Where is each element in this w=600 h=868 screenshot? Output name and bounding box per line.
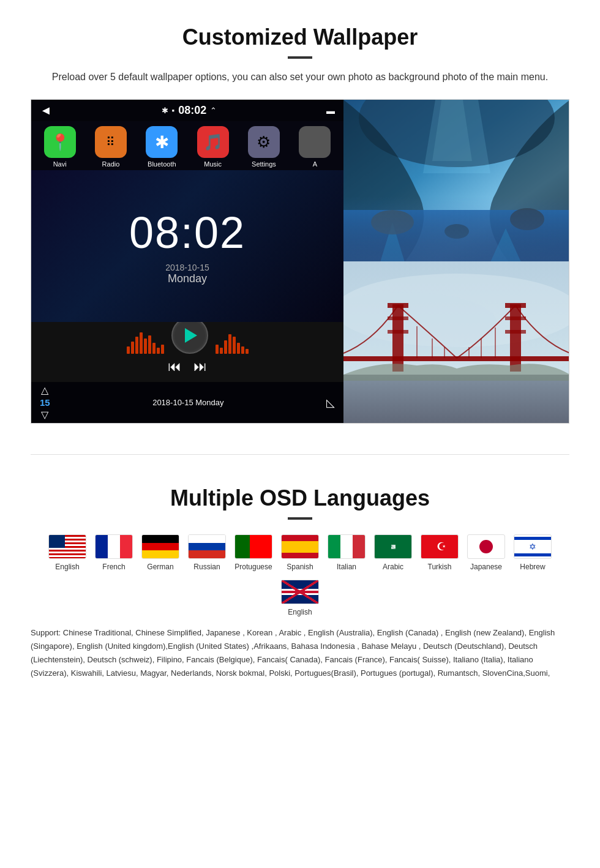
flag-label-german: German: [147, 563, 173, 571]
volume-control[interactable]: △ 15 ▽: [40, 384, 50, 421]
flag-label-english-uk: English: [288, 608, 312, 616]
music-controls: ⏮ ⏭: [168, 359, 207, 375]
wallpaper-bridge: [343, 261, 569, 423]
flag-jp: [467, 534, 505, 559]
flag-item-turkish: ☪ Turkish: [421, 534, 459, 571]
flag-it: [328, 534, 366, 559]
flag-il-star-icon: ✡: [529, 542, 536, 551]
viz-bar: [241, 346, 244, 354]
title-underline: [288, 56, 312, 59]
viz-bar: [246, 349, 249, 354]
svg-rect-2: [343, 210, 569, 261]
bluetooth-icon: ✱: [146, 126, 178, 158]
status-bar: ◄ ✱ ▪ 08:02 ⌃ ▬: [31, 100, 343, 121]
volume-up-icon[interactable]: △: [41, 384, 48, 396]
app-more[interactable]: A: [293, 126, 337, 168]
flag-label-arabic: Arabic: [383, 563, 403, 571]
flag-de-black: [142, 535, 179, 543]
flag-label-english: English: [55, 563, 79, 571]
section-divider: [31, 454, 569, 455]
flag-ru-red: [189, 550, 225, 558]
fast-forward-button[interactable]: ⏭: [193, 359, 207, 375]
flag-sa-text: ﷽: [391, 545, 396, 549]
expand-icon: ⌃: [210, 106, 217, 115]
bluetooth-label: Bluetooth: [148, 160, 176, 168]
flag-pt: [234, 534, 272, 559]
flag-us-canton: [49, 535, 65, 548]
flag-pt-red: [250, 535, 272, 558]
radio-icon: ⠿: [95, 126, 127, 158]
flags-row: English French German: [31, 534, 569, 616]
flag-item-portuguese: Protuguese: [234, 534, 272, 571]
status-center-icons: ✱ ▪ 08:02 ⌃: [162, 104, 217, 117]
svg-point-4: [510, 208, 544, 230]
viz-bar: [228, 334, 231, 354]
volume-number: 15: [40, 397, 50, 408]
back-button[interactable]: ◄: [40, 103, 52, 118]
flag-item-english-uk: English: [281, 580, 319, 616]
clock-screen: 08:02 2018-10-15 Monday: [31, 170, 343, 322]
viz-bar: [233, 337, 236, 354]
flag-il-stripe-top: [514, 537, 551, 540]
flag-es-red2: [282, 553, 318, 559]
flag-de-yellow: [142, 550, 179, 558]
wallpaper-ice-cave: [343, 100, 569, 261]
flag-il-stripe-bottom: [514, 553, 551, 556]
bottom-bar: △ 15 ▽ 2018-10-15 Monday ◺: [31, 382, 343, 423]
app-icons-row: 📍 Navi ⠿ Radio ✱ Bluetooth 🎵 Music ⚙: [31, 121, 343, 170]
bottom-right-icon: ◺: [326, 396, 335, 410]
flag-label-portuguese: Protuguese: [234, 563, 272, 571]
svg-rect-9: [343, 375, 569, 423]
music-player: ⏮ ⏭: [31, 322, 343, 382]
flag-jp-circle: [479, 540, 493, 553]
flag-fr-blue: [96, 535, 108, 558]
flag-fr-white: [108, 535, 120, 558]
viz-bar: [216, 345, 219, 354]
bottom-date-day: 2018-10-15 Monday: [152, 398, 223, 407]
status-time: 08:02: [178, 104, 206, 117]
section-wallpaper: Customized Wallpaper Preload over 5 defa…: [0, 0, 600, 442]
app-bluetooth[interactable]: ✱ Bluetooth: [140, 126, 184, 168]
car-ui-screen: ◄ ✱ ▪ 08:02 ⌃ ▬ 📍 Navi ⠿ Radio: [31, 100, 343, 423]
app-navi[interactable]: 📍 Navi: [37, 126, 82, 168]
viz-bar: [161, 345, 164, 354]
flag-label-turkish: Turkish: [428, 563, 452, 571]
app-settings[interactable]: ⚙ Settings: [241, 126, 286, 168]
svg-rect-13: [388, 316, 408, 320]
flag-es: [281, 534, 319, 559]
volume-down-icon[interactable]: ▽: [41, 409, 48, 421]
flag-ru-white: [189, 535, 225, 543]
flag-label-hebrew: Hebrew: [520, 563, 545, 571]
play-button[interactable]: [171, 317, 208, 354]
bluetooth-status-icon: ✱: [162, 106, 168, 115]
support-text: Support: Chinese Traditional, Chinese Si…: [31, 626, 569, 680]
svg-rect-17: [505, 316, 526, 320]
settings-icon: ⚙: [248, 126, 280, 158]
flag-it-green: [328, 535, 340, 558]
flag-item-french: French: [95, 534, 133, 571]
flag-label-japanese: Japanese: [470, 563, 502, 571]
rewind-button[interactable]: ⏮: [168, 359, 181, 375]
flag-fr-red: [120, 535, 132, 558]
wallpapers-panel: [343, 100, 569, 423]
menu-icon: ▬: [326, 106, 335, 116]
flag-label-spanish: Spanish: [287, 563, 313, 571]
viz-bar: [127, 346, 130, 354]
play-triangle-icon: [185, 328, 197, 343]
flag-de-red: [142, 543, 179, 551]
viz-bar: [152, 343, 156, 354]
viz-bar: [131, 342, 134, 354]
app-radio[interactable]: ⠿ Radio: [88, 126, 133, 168]
title-underline2: [288, 517, 312, 520]
section2-title: Multiple OSD Languages: [31, 485, 569, 511]
flag-label-russian: Russian: [193, 563, 220, 571]
flag-item-german: German: [141, 534, 179, 571]
viz-bar: [220, 348, 223, 354]
svg-rect-11: [392, 304, 403, 372]
bridge-svg: [343, 261, 569, 423]
flag-it-red: [353, 535, 365, 558]
settings-label: Settings: [252, 160, 276, 168]
app-music[interactable]: 🎵 Music: [190, 126, 235, 168]
flag-item-japanese: Japanese: [467, 534, 505, 571]
flag-fr: [95, 534, 133, 559]
